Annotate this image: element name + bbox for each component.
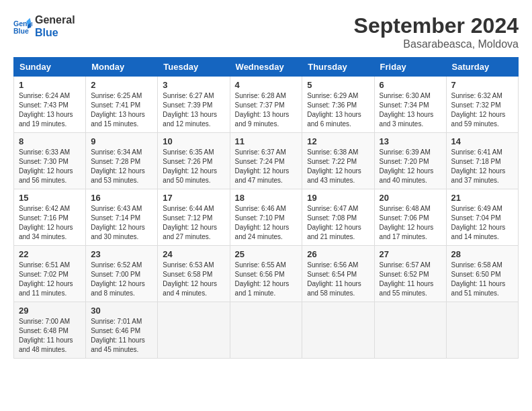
col-sunday: Sunday [14, 58, 86, 77]
day-number: 10 [163, 136, 224, 146]
day-number: 17 [163, 193, 224, 203]
calendar-day-cell: 18 Sunrise: 6:46 AMSunset: 7:10 PMDaylig… [230, 189, 302, 246]
calendar-day-cell: 29 Sunrise: 7:00 AMSunset: 6:48 PMDaylig… [14, 302, 86, 359]
day-info: Sunrise: 6:34 AMSunset: 7:28 PMDaylight:… [91, 148, 152, 185]
day-info: Sunrise: 6:41 AMSunset: 7:18 PMDaylight:… [451, 148, 513, 185]
day-info: Sunrise: 6:37 AMSunset: 7:24 PMDaylight:… [235, 148, 298, 185]
calendar-day-cell: 5 Sunrise: 6:29 AMSunset: 7:36 PMDayligh… [302, 77, 374, 133]
logo-general: General [35, 13, 75, 26]
day-number: 23 [91, 249, 152, 259]
day-info: Sunrise: 6:38 AMSunset: 7:22 PMDaylight:… [307, 148, 369, 185]
day-number: 8 [19, 136, 81, 146]
calendar-day-cell: 4 Sunrise: 6:28 AMSunset: 7:37 PMDayligh… [230, 77, 302, 133]
day-info: Sunrise: 6:44 AMSunset: 7:12 PMDaylight:… [163, 204, 224, 242]
calendar-day-cell: 12 Sunrise: 6:38 AMSunset: 7:22 PMDaylig… [302, 133, 374, 189]
day-info: Sunrise: 6:43 AMSunset: 7:14 PMDaylight:… [91, 204, 152, 242]
calendar-day-cell: 1 Sunrise: 6:24 AMSunset: 7:43 PMDayligh… [14, 77, 86, 133]
day-number: 26 [307, 249, 369, 259]
location-subtitle: Basarabeasca, Moldova [354, 38, 519, 50]
day-number: 3 [163, 80, 224, 90]
day-info: Sunrise: 6:32 AMSunset: 7:32 PMDaylight:… [451, 91, 513, 129]
calendar-day-cell: 16 Sunrise: 6:43 AMSunset: 7:14 PMDaylig… [86, 189, 158, 246]
calendar-week-row: 1 Sunrise: 6:24 AMSunset: 7:43 PMDayligh… [14, 77, 519, 133]
day-info: Sunrise: 6:27 AMSunset: 7:39 PMDaylight:… [163, 91, 224, 129]
day-info: Sunrise: 6:48 AMSunset: 7:06 PMDaylight:… [380, 204, 441, 242]
calendar-day-cell: 23 Sunrise: 6:52 AMSunset: 7:00 PMDaylig… [86, 246, 158, 302]
day-number: 1 [19, 80, 81, 90]
calendar-day-cell [158, 302, 230, 359]
day-number: 11 [235, 136, 298, 146]
day-number: 22 [19, 249, 81, 259]
day-number: 25 [235, 249, 298, 259]
day-info: Sunrise: 6:25 AMSunset: 7:41 PMDaylight:… [91, 91, 152, 129]
calendar-day-cell: 8 Sunrise: 6:33 AMSunset: 7:30 PMDayligh… [14, 133, 86, 189]
svg-text:Blue: Blue [13, 27, 29, 35]
day-number: 16 [91, 193, 152, 203]
calendar-day-cell: 13 Sunrise: 6:39 AMSunset: 7:20 PMDaylig… [374, 133, 446, 189]
day-info: Sunrise: 6:57 AMSunset: 6:52 PMDaylight:… [380, 261, 441, 298]
day-info: Sunrise: 6:47 AMSunset: 7:08 PMDaylight:… [307, 204, 369, 242]
day-info: Sunrise: 6:52 AMSunset: 7:00 PMDaylight:… [91, 261, 152, 298]
calendar-day-cell: 25 Sunrise: 6:55 AMSunset: 6:56 PMDaylig… [230, 246, 302, 302]
calendar-day-cell: 20 Sunrise: 6:48 AMSunset: 7:06 PMDaylig… [374, 189, 446, 246]
day-number: 5 [307, 80, 369, 90]
day-number: 18 [235, 193, 298, 203]
calendar-day-cell: 9 Sunrise: 6:34 AMSunset: 7:28 PMDayligh… [86, 133, 158, 189]
calendar-day-cell: 15 Sunrise: 6:42 AMSunset: 7:16 PMDaylig… [14, 189, 86, 246]
logo-icon: General Blue [13, 17, 32, 36]
day-info: Sunrise: 6:56 AMSunset: 6:54 PMDaylight:… [307, 261, 369, 298]
calendar-day-cell: 3 Sunrise: 6:27 AMSunset: 7:39 PMDayligh… [158, 77, 230, 133]
calendar-day-cell: 26 Sunrise: 6:56 AMSunset: 6:54 PMDaylig… [302, 246, 374, 302]
day-info: Sunrise: 6:28 AMSunset: 7:37 PMDaylight:… [235, 91, 298, 129]
logo-blue: Blue [35, 26, 75, 39]
day-info: Sunrise: 6:51 AMSunset: 7:02 PMDaylight:… [19, 261, 81, 298]
day-number: 2 [91, 80, 152, 90]
col-wednesday: Wednesday [230, 58, 302, 77]
col-saturday: Saturday [446, 58, 518, 77]
calendar-table: Sunday Monday Tuesday Wednesday Thursday… [13, 57, 519, 359]
calendar-week-row: 29 Sunrise: 7:00 AMSunset: 6:48 PMDaylig… [14, 302, 519, 359]
calendar-week-row: 22 Sunrise: 6:51 AMSunset: 7:02 PMDaylig… [14, 246, 519, 302]
day-info: Sunrise: 7:00 AMSunset: 6:48 PMDaylight:… [19, 317, 81, 355]
day-info: Sunrise: 6:33 AMSunset: 7:30 PMDaylight:… [19, 148, 81, 185]
day-number: 27 [380, 249, 441, 259]
day-number: 21 [451, 193, 513, 203]
day-info: Sunrise: 6:49 AMSunset: 7:04 PMDaylight:… [451, 204, 513, 242]
day-info: Sunrise: 6:46 AMSunset: 7:10 PMDaylight:… [235, 204, 298, 242]
calendar-week-row: 8 Sunrise: 6:33 AMSunset: 7:30 PMDayligh… [14, 133, 519, 189]
calendar-day-cell [446, 302, 518, 359]
month-year-title: September 2024 [354, 13, 519, 38]
calendar-day-cell [230, 302, 302, 359]
day-number: 19 [307, 193, 369, 203]
day-info: Sunrise: 6:29 AMSunset: 7:36 PMDaylight:… [307, 91, 369, 129]
day-info: Sunrise: 6:53 AMSunset: 6:58 PMDaylight:… [163, 261, 224, 298]
day-number: 6 [380, 80, 441, 90]
title-area: September 2024 Basarabeasca, Moldova [354, 13, 519, 50]
day-number: 14 [451, 136, 513, 146]
calendar-day-cell: 22 Sunrise: 6:51 AMSunset: 7:02 PMDaylig… [14, 246, 86, 302]
calendar-day-cell: 11 Sunrise: 6:37 AMSunset: 7:24 PMDaylig… [230, 133, 302, 189]
calendar-day-cell [302, 302, 374, 359]
day-info: Sunrise: 7:01 AMSunset: 6:46 PMDaylight:… [91, 317, 152, 355]
day-info: Sunrise: 6:30 AMSunset: 7:34 PMDaylight:… [380, 91, 441, 129]
calendar-day-cell: 6 Sunrise: 6:30 AMSunset: 7:34 PMDayligh… [374, 77, 446, 133]
page-header: General Blue General Blue September 2024… [13, 13, 519, 50]
day-number: 12 [307, 136, 369, 146]
day-number: 28 [451, 249, 513, 259]
calendar-header-row: Sunday Monday Tuesday Wednesday Thursday… [14, 58, 519, 77]
day-number: 24 [163, 249, 224, 259]
day-number: 20 [380, 193, 441, 203]
calendar-day-cell: 28 Sunrise: 6:58 AMSunset: 6:50 PMDaylig… [446, 246, 518, 302]
day-number: 30 [91, 306, 152, 316]
calendar-day-cell: 19 Sunrise: 6:47 AMSunset: 7:08 PMDaylig… [302, 189, 374, 246]
col-friday: Friday [374, 58, 446, 77]
calendar-day-cell: 7 Sunrise: 6:32 AMSunset: 7:32 PMDayligh… [446, 77, 518, 133]
calendar-week-row: 15 Sunrise: 6:42 AMSunset: 7:16 PMDaylig… [14, 189, 519, 246]
calendar-day-cell: 17 Sunrise: 6:44 AMSunset: 7:12 PMDaylig… [158, 189, 230, 246]
calendar-day-cell: 27 Sunrise: 6:57 AMSunset: 6:52 PMDaylig… [374, 246, 446, 302]
day-number: 7 [451, 80, 513, 90]
logo: General Blue General Blue [13, 13, 75, 39]
calendar-day-cell: 30 Sunrise: 7:01 AMSunset: 6:46 PMDaylig… [86, 302, 158, 359]
calendar-day-cell: 10 Sunrise: 6:35 AMSunset: 7:26 PMDaylig… [158, 133, 230, 189]
day-number: 9 [91, 136, 152, 146]
